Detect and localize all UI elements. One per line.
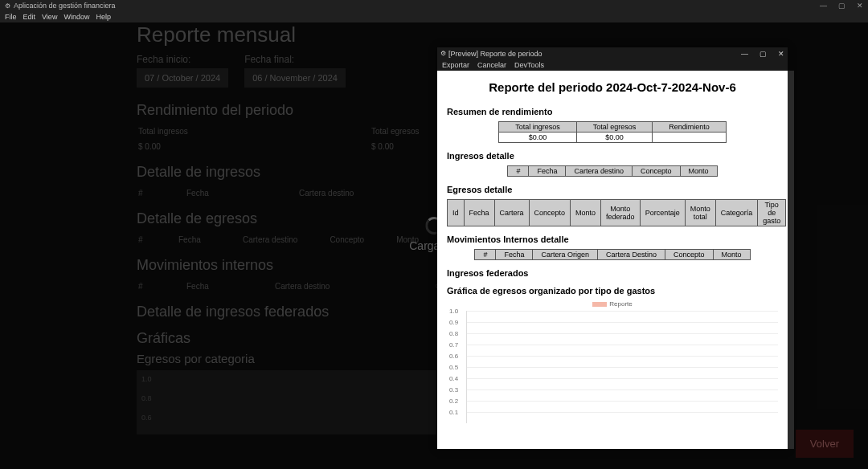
movs-heading: Movimientos Internos detalle (447, 234, 778, 244)
col-cartera-destino: Cartera destino (566, 166, 633, 177)
gridline: 0.5 (467, 367, 778, 368)
gear-icon: ⚙ (440, 50, 446, 57)
gridline: 0.7 (467, 345, 778, 345)
egresos-heading: Egresos detalle (447, 185, 778, 194)
ytick-label: 0.3 (449, 386, 458, 394)
ytick-label: 0.7 (449, 341, 458, 349)
app-titlebar: ⚙ Aplicación de gestión financiera — ▢ ✕ (0, 0, 868, 11)
col-cartera: Cartera (494, 200, 529, 226)
ytick-label: 0.8 (449, 330, 458, 337)
preview-scrollbar[interactable] (788, 71, 794, 449)
val-rendimiento (653, 133, 727, 143)
ytick-label: 0.1 (449, 409, 458, 416)
legend-label: Reporte (609, 300, 632, 308)
col-num: # (508, 166, 529, 177)
ytick-label: 0.9 (449, 319, 458, 326)
gridline: 0.4 (467, 378, 778, 379)
col-monto: Monto (680, 166, 717, 177)
menu-exportar[interactable]: Exportar (442, 61, 469, 69)
fed-heading: Ingresos federados (447, 268, 778, 278)
gridline: 0.3 (467, 389, 778, 390)
resumen-table: Total ingresos Total egresos Rendimiento… (498, 121, 727, 143)
legend-swatch-icon (592, 302, 607, 307)
minimize-button[interactable]: — (820, 2, 827, 10)
preview-minimize-button[interactable]: — (741, 50, 748, 58)
col-categoria: Categoría (715, 200, 758, 226)
resumen-heading: Resumen de rendimiento (447, 107, 778, 116)
col-concepto: Concepto (529, 200, 571, 226)
ytick-label: 0.5 (449, 364, 458, 371)
chart-grid: 1.00.90.80.70.60.50.40.30.20.1 (466, 311, 778, 423)
preview-body: Reporte del periodo 2024-Oct-7-2024-Nov-… (437, 71, 788, 449)
col-id: Id (448, 200, 465, 226)
menu-cancelar[interactable]: Cancelar (477, 61, 506, 69)
maximize-button[interactable]: ▢ (838, 2, 845, 10)
gear-icon: ⚙ (5, 2, 10, 10)
menu-file[interactable]: File (5, 13, 17, 21)
ytick-label: 0.2 (449, 398, 458, 405)
val-total-egresos: $0.00 (576, 133, 653, 143)
col-monto: Monto (571, 200, 601, 226)
preview-titlebar: ⚙ [Preview] Reporte de periodo — ▢ ✕ (437, 47, 788, 59)
ingresos-table: # Fecha Cartera destino Concepto Monto (507, 165, 717, 177)
col-monto-total: Monto total (685, 200, 715, 226)
gridline: 1.0 (467, 311, 778, 312)
egresos-table: Id Fecha Cartera Concepto Monto Monto fe… (447, 199, 786, 226)
gridline: 0.8 (467, 333, 778, 334)
chart-legend: Reporte (447, 300, 778, 308)
col-fecha: Fecha (464, 200, 494, 226)
col-num: # (475, 250, 496, 260)
gridline: 0.9 (467, 322, 778, 323)
menu-help[interactable]: Help (96, 13, 111, 21)
graf-heading: Gráfica de egresos organizado por tipo d… (447, 286, 778, 296)
col-porcentaje: Porcentaje (640, 200, 685, 226)
col-monto: Monto (713, 250, 750, 260)
app-title: Aplicación de gestión financiera (14, 2, 116, 10)
menu-window[interactable]: Window (63, 13, 89, 21)
col-total-ingresos: Total ingresos (499, 122, 577, 133)
ytick-label: 1.0 (449, 308, 458, 315)
menu-devtools[interactable]: DevTools (514, 61, 544, 69)
close-button[interactable]: ✕ (857, 2, 863, 10)
menu-view[interactable]: View (42, 13, 57, 21)
col-cartera-origen: Cartera Origen (533, 250, 598, 260)
col-concepto: Concepto (665, 250, 714, 260)
ingresos-heading: Ingresos detalle (447, 151, 778, 161)
ytick-label: 0.6 (449, 353, 458, 360)
col-fecha: Fecha (496, 250, 533, 260)
col-rendimiento: Rendimiento (653, 122, 727, 133)
preview-menubar: Exportar Cancelar DevTools (437, 59, 788, 71)
movs-table: # Fecha Cartera Origen Cartera Destino C… (474, 249, 750, 260)
col-cartera-destino: Cartera Destino (597, 250, 665, 260)
egresos-chart: Reporte 1.00.90.80.70.60.50.40.30.20.1 (447, 300, 778, 423)
col-concepto: Concepto (633, 166, 681, 177)
ytick-label: 0.4 (449, 375, 458, 382)
preview-title-text: [Preview] Reporte de periodo (448, 50, 542, 58)
gridline: 0.2 (467, 401, 778, 402)
preview-window: ⚙ [Preview] Reporte de periodo — ▢ ✕ Exp… (437, 47, 788, 449)
col-monto-federado: Monto federado (601, 200, 641, 226)
preview-close-button[interactable]: ✕ (778, 50, 784, 58)
col-fecha: Fecha (529, 166, 566, 177)
report-main-heading: Reporte del periodo 2024-Oct-7-2024-Nov-… (447, 80, 778, 94)
preview-maximize-button[interactable]: ▢ (760, 50, 767, 58)
gridline: 0.1 (467, 412, 778, 413)
app-menubar: File Edit View Window Help (0, 11, 868, 22)
menu-edit[interactable]: Edit (23, 13, 36, 21)
col-tipo-gasto: Tipo de gasto (758, 200, 786, 226)
gridline: 0.6 (467, 356, 778, 357)
val-total-ingresos: $0.00 (499, 133, 577, 143)
col-total-egresos: Total egresos (576, 122, 653, 133)
